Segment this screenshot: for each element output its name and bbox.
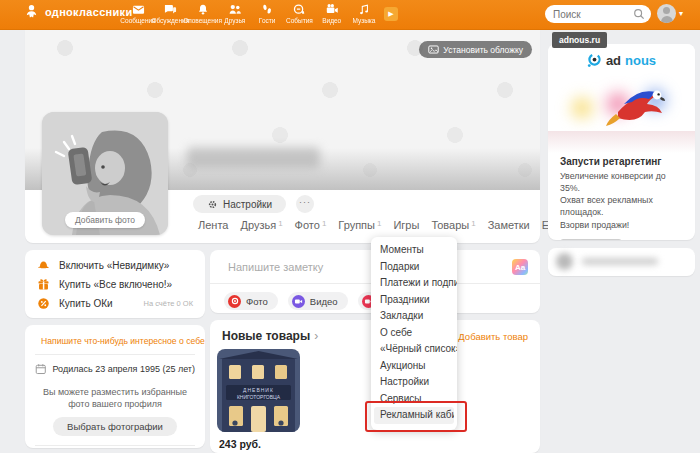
search-icon[interactable] (633, 8, 645, 20)
add-good-link[interactable]: Добавить товар (458, 331, 528, 342)
menu-item-gifts[interactable]: Подарки (371, 259, 457, 276)
ad-brand-ad: ad (606, 53, 621, 68)
ad-title: Запусти ретаргетинг (548, 153, 695, 170)
ad-domain-badge[interactable]: adnous.ru (552, 32, 607, 48)
ok-profile-page: одноклассники Сообщения Обсуждения Опове… (0, 0, 700, 453)
ad-line-1: Увеличение конверсии до 35%. (560, 170, 683, 194)
menu-item-blacklist[interactable]: «Чёрный список» (371, 341, 457, 358)
ad-banner-image: adnous (548, 44, 695, 131)
calendar-icon (35, 363, 47, 375)
menu-item-settings[interactable]: Настройки (371, 374, 457, 391)
messages-icon (132, 2, 145, 16)
logo-text: одноклассники (45, 6, 132, 18)
settings-button[interactable]: Настройки (193, 195, 286, 213)
profile-card: Установить обложку Добавить фото (25, 30, 540, 243)
nav-video[interactable]: Видео (316, 2, 348, 24)
ok-person-icon (24, 4, 39, 19)
menu-item-about[interactable]: О себе (371, 325, 457, 342)
hat-icon (37, 259, 50, 272)
blurred-avatar (556, 253, 573, 270)
ad-brand-nous: nous (625, 53, 656, 68)
avatar-caret-icon[interactable]: ▾ (679, 9, 683, 18)
nav-discussions[interactable]: Обсуждения (154, 2, 186, 24)
ad-line-2: Охват всех рекламных площадок. (560, 194, 683, 218)
nav-notifications[interactable]: Оповещения (187, 2, 219, 24)
ok-coin-icon (37, 297, 50, 310)
blurred-widget-card (548, 248, 695, 276)
gear-icon (207, 199, 218, 210)
parrot-illustration (606, 78, 676, 126)
more-actions-button[interactable]: ··· (296, 195, 314, 213)
tab-groups[interactable]: Группы1 (338, 219, 381, 231)
nav-friends[interactable]: Друзья (219, 2, 251, 24)
footprints-icon (261, 2, 273, 16)
good-price: 243 руб. (219, 438, 540, 450)
nav-promo-button[interactable]: ▶ (384, 7, 398, 21)
menu-item-auctions[interactable]: Аукционы (371, 358, 457, 375)
choose-photos-button[interactable]: Выбрать фотографии (53, 417, 177, 436)
svg-text:КНИГОТОРГОВЦА: КНИГОТОРГОВЦА (237, 394, 281, 400)
photo-camera-icon (228, 295, 241, 308)
discussions-icon (164, 2, 177, 16)
arrow-right-icon[interactable]: › (314, 329, 318, 343)
menu-item-payments[interactable]: Платежи и подписки (371, 275, 457, 292)
add-photo-button[interactable]: Добавить фото (65, 212, 145, 228)
ad-card[interactable]: adnous Запусти ретаргетинг Увеличение ко… (548, 44, 695, 240)
friends-icon (228, 2, 242, 16)
note-input[interactable]: Напишите заметку (228, 261, 512, 273)
all-inclusive-item[interactable]: Купить «Все включено!» (25, 275, 205, 294)
menu-item-holidays[interactable]: Праздники (371, 292, 457, 309)
user-avatar[interactable] (657, 4, 676, 23)
ad-line-3: Взорви продажи! (560, 219, 683, 231)
tab-photos[interactable]: Фото1 (295, 219, 327, 231)
top-navbar: одноклассники Сообщения Обсуждения Опове… (0, 0, 700, 30)
about-card: Напишите что-нибудь интересное о себе Ро… (25, 325, 205, 448)
set-cover-button[interactable]: Установить обложку (419, 41, 532, 58)
tab-goods[interactable]: Товары1 (431, 219, 475, 231)
buy-oks-item[interactable]: Купить ОКи На счёте 0 ОК (25, 294, 205, 313)
ad-go-button[interactable]: Перейти (560, 239, 622, 240)
nav-events[interactable]: События (283, 2, 315, 24)
good-image: ДНЕВНИК КНИГОТОРГОВЦА (217, 349, 300, 432)
navbar-menu: Сообщения Обсуждения Оповещения Друзья Г… (122, 2, 380, 24)
goods-title[interactable]: Новые товары (222, 329, 310, 343)
tab-games[interactable]: Игры (393, 219, 419, 231)
red-highlight-box (365, 401, 467, 432)
profile-name-blurred (187, 147, 320, 168)
menu-item-bookmarks[interactable]: Закладки (371, 308, 457, 325)
video-icon (292, 295, 305, 308)
blurred-text (582, 258, 658, 265)
ok-balance: На счёте 0 ОК (144, 299, 193, 308)
nav-messages[interactable]: Сообщения (122, 2, 154, 24)
vip-services-card: Включить «Невидимку» Купить «Все включен… (25, 250, 205, 318)
tab-feed[interactable]: Лента (198, 219, 228, 231)
birthday-row: Родилась 23 апреля 1995 (25 лет) (25, 355, 205, 383)
invisible-mode-item[interactable]: Включить «Невидимку» (25, 256, 205, 275)
tab-friends[interactable]: Друзья1 (240, 219, 282, 231)
video-camera-icon (325, 2, 339, 16)
attach-photo-button[interactable]: Фото (224, 292, 278, 310)
profile-avatar-placeholder[interactable]: Добавить фото (42, 112, 168, 235)
coin-icon (293, 2, 306, 16)
about-prompt-link[interactable]: Напишите что-нибудь интересное о себе (25, 325, 205, 354)
nav-music[interactable]: Музыка (348, 2, 380, 24)
play-icon: ▶ (388, 10, 393, 18)
image-icon (428, 44, 439, 55)
nav-guests[interactable]: Гости (251, 2, 283, 24)
attach-video-button[interactable]: Видео (288, 292, 348, 310)
dots-icon: ··· (299, 197, 311, 207)
gift-icon (37, 278, 50, 291)
text-style-icon[interactable]: Aa (512, 259, 528, 275)
tab-notes[interactable]: Заметки (488, 219, 530, 231)
profile-tabs: Лента Друзья1 Фото1 Группы1 Игры Товары1… (198, 219, 572, 231)
bell-icon (197, 2, 209, 16)
svg-text:ДНЕВНИК: ДНЕВНИК (243, 387, 274, 393)
photos-hint: Вы можете разместить избранные фото ваше… (25, 383, 205, 417)
music-note-icon (358, 2, 370, 16)
search-input[interactable] (551, 8, 633, 21)
search-box (545, 5, 651, 23)
ok-logo[interactable]: одноклассники (24, 4, 132, 19)
menu-item-moments[interactable]: Моменты (371, 242, 457, 259)
adnous-logo-icon (587, 53, 602, 68)
